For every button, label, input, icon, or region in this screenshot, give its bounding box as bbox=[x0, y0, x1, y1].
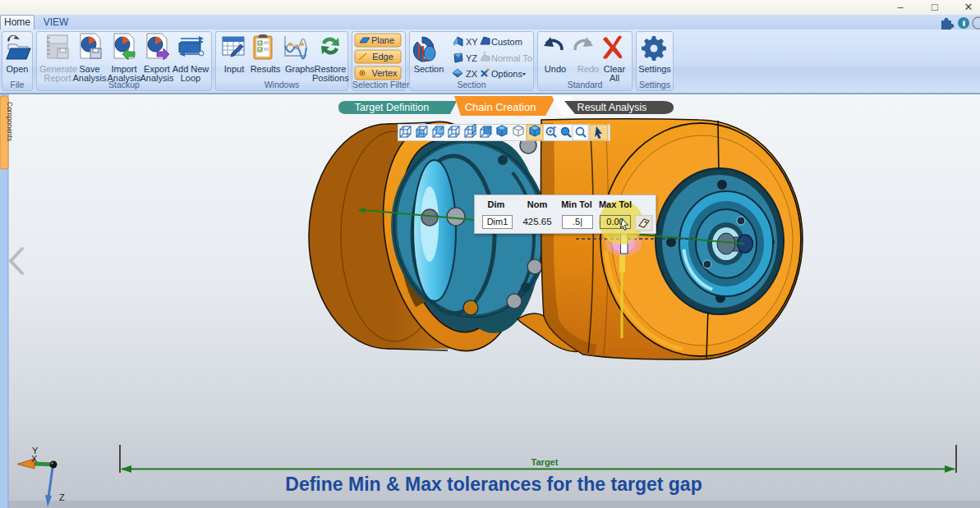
svg-text:XY: XY bbox=[466, 37, 478, 47]
svg-text:Vertex: Vertex bbox=[371, 68, 398, 78]
svg-text:Chain Creation: Chain Creation bbox=[465, 101, 536, 113]
svg-text:X: X bbox=[31, 454, 38, 464]
svg-text:Edge: Edge bbox=[372, 52, 393, 62]
svg-text:Components: Components bbox=[6, 102, 14, 141]
svg-text:Normal To: Normal To bbox=[491, 53, 532, 63]
svg-text:Options: Options bbox=[491, 69, 522, 79]
svg-text:YZ: YZ bbox=[466, 53, 477, 63]
svg-text:Plane: Plane bbox=[371, 35, 394, 45]
svg-text:Custom: Custom bbox=[491, 37, 522, 47]
svg-text:Result Analysis: Result Analysis bbox=[577, 102, 647, 113]
svg-text:Target Definition: Target Definition bbox=[355, 102, 429, 113]
svg-text:ZX: ZX bbox=[466, 69, 478, 79]
